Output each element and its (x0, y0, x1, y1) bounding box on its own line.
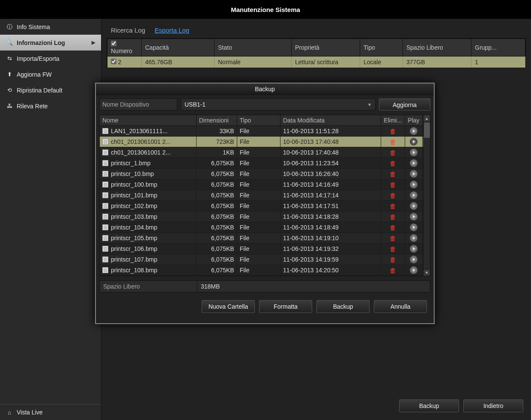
file-name: ch01_2013061001 2... (100, 137, 196, 147)
file-icon (102, 224, 108, 230)
delete-icon[interactable]: 🗑 (390, 235, 396, 242)
log-col-numero[interactable]: Numero (107, 39, 142, 57)
file-size: 723KB (196, 137, 237, 147)
play-icon[interactable] (410, 181, 418, 188)
file-col-name[interactable]: Nome (100, 115, 196, 126)
file-size: 6,075KB (196, 169, 237, 179)
sidebar-item-info-sistema[interactable]: ⓘ Info Sistema (0, 19, 101, 35)
file-row[interactable]: printscr_108.bmp6,075KBFile11-06-2013 14… (100, 265, 430, 276)
log-col-tipo[interactable]: Tipo (360, 39, 403, 57)
play-icon[interactable] (410, 191, 418, 199)
file-col-delete[interactable]: Elimi... (381, 115, 405, 126)
delete-icon[interactable]: 🗑 (390, 267, 396, 274)
log-col-proprieta[interactable]: Proprietà (292, 39, 360, 57)
play-icon[interactable] (410, 170, 418, 178)
file-row[interactable]: LAN1_2013061111...33KBFile11-06-2013 11:… (100, 126, 430, 137)
log-col-stato[interactable]: Stato (215, 39, 292, 57)
file-row[interactable]: printscr_100.bmp6,075KBFile11-06-2013 14… (100, 179, 430, 190)
delete-icon[interactable]: 🗑 (390, 149, 396, 156)
cancel-button[interactable]: Annulla (374, 300, 427, 313)
play-icon[interactable] (410, 213, 418, 220)
file-row[interactable]: printscr_102.bmp6,075KBFile11-06-2013 14… (100, 201, 430, 211)
file-icon (102, 171, 108, 177)
free-space-label: Spazio Libero (99, 280, 197, 292)
file-date: 11-06-2013 11:51:28 (280, 126, 381, 137)
file-row[interactable]: printscr_101.bmp6,075KBFile11-06-2013 14… (100, 190, 430, 201)
file-row[interactable]: printscr_10.bmp6,075KBFile10-06-2013 16:… (100, 169, 430, 179)
sidebar-item-rileva-rete[interactable]: 🖧 Rileva Rete (0, 98, 101, 114)
file-col-size[interactable]: Dimensioni (196, 115, 237, 126)
sidebar-item-aggiorna-fw[interactable]: ⬆ Aggiorna FW (0, 66, 101, 82)
dialog-backup-button[interactable]: Backup (316, 300, 370, 313)
play-icon[interactable] (410, 223, 418, 231)
file-row[interactable]: printscr_104.bmp6,075KBFile11-06-2013 14… (100, 222, 430, 233)
delete-icon[interactable]: 🗑 (390, 256, 396, 263)
delete-icon[interactable]: 🗑 (390, 245, 396, 253)
sidebar-item-informazioni-log[interactable]: 🔍 Informazioni Log ▶ (0, 35, 101, 51)
file-icon (102, 149, 108, 155)
file-row[interactable]: printscr_103.bmp6,075KBFile11-06-2013 14… (100, 211, 430, 222)
file-row[interactable]: printscr_1.bmp6,075KBFile10-06-2013 11:2… (100, 158, 430, 169)
scroll-thumb[interactable] (424, 122, 430, 138)
backup-button[interactable]: Backup (399, 399, 459, 412)
file-col-date[interactable]: Data Modificata (280, 115, 381, 126)
delete-icon[interactable]: 🗑 (390, 213, 396, 220)
file-row[interactable]: ch01_2013061001 2...1KBFile10-06-2013 17… (100, 147, 430, 158)
play-icon[interactable] (410, 266, 418, 274)
play-icon[interactable] (410, 138, 418, 146)
file-row[interactable]: printscr_105.bmp6,075KBFile11-06-2013 14… (100, 233, 430, 244)
delete-icon[interactable]: 🗑 (390, 192, 396, 199)
log-col-spazio[interactable]: Spazio Libero (403, 39, 471, 57)
row-checkbox[interactable] (111, 59, 116, 64)
sidebar-item-ripristina-default[interactable]: ⟲ Ripristina Default (0, 82, 101, 98)
refresh-button[interactable]: Aggiorna (379, 98, 430, 110)
sidebar-item-importa-esporta[interactable]: ⇆ Importa/Esporta (0, 51, 101, 66)
file-col-type[interactable]: Tipo (237, 115, 280, 126)
file-name: printscr_10.bmp (100, 169, 196, 179)
play-icon[interactable] (410, 234, 418, 242)
file-icon (102, 160, 108, 166)
file-row[interactable]: ch01_2013061001 2...723KBFile10-06-2013 … (100, 137, 430, 147)
play-icon[interactable] (410, 245, 418, 253)
format-button[interactable]: Formatta (259, 300, 312, 313)
sidebar-footer-vista-live[interactable]: ⌂ Vista Live (0, 404, 101, 420)
back-button[interactable]: Indietro (463, 399, 523, 412)
log-col-gruppo[interactable]: Grupp... (471, 39, 525, 57)
delete-icon[interactable]: 🗑 (390, 203, 396, 210)
file-row[interactable]: printscr_106.bmp6,075KBFile11-06-2013 14… (100, 244, 430, 254)
cell-group: 1 (471, 57, 525, 68)
backup-dialog: Backup Nome Dispositivo USB1-1 ▼ Aggiorn… (95, 83, 435, 324)
select-all-checkbox[interactable] (111, 41, 116, 46)
sidebar-item-label: Aggiorna FW (17, 71, 52, 78)
log-row[interactable]: 2 465.76GB Normale Lettura/ scrittura Lo… (107, 57, 525, 68)
delete-icon[interactable]: 🗑 (390, 170, 396, 178)
tab-ricerca-log[interactable]: Ricerca Log (111, 27, 145, 34)
scroll-up-icon[interactable]: ▲ (424, 115, 430, 122)
file-size: 33KB (196, 126, 237, 137)
file-row[interactable]: printscr_107.bmp6,075KBFile11-06-2013 14… (100, 254, 430, 265)
log-col-capacita[interactable]: Capacità (142, 39, 215, 57)
play-icon[interactable] (410, 159, 418, 167)
new-folder-button[interactable]: Nuova Cartella (202, 300, 255, 313)
delete-icon[interactable]: 🗑 (390, 181, 396, 188)
file-name: printscr_103.bmp (100, 211, 196, 222)
network-icon: 🖧 (6, 103, 13, 110)
file-icon (102, 267, 108, 273)
file-name: printscr_104.bmp (100, 222, 196, 233)
file-size: 6,075KB (196, 254, 237, 265)
device-select[interactable]: USB1-1 ▼ (181, 98, 376, 110)
scroll-down-icon[interactable]: ▼ (424, 269, 430, 276)
free-space-value: 318MB (197, 280, 430, 292)
play-icon[interactable] (410, 202, 418, 210)
play-icon[interactable] (410, 256, 418, 263)
delete-icon[interactable]: 🗑 (390, 128, 396, 135)
delete-icon[interactable]: 🗑 (390, 160, 396, 167)
scrollbar[interactable]: ▲ ▼ (423, 115, 430, 276)
tab-esporta-log[interactable]: Esporta Log (155, 27, 189, 34)
delete-icon[interactable]: 🗑 (390, 138, 396, 146)
file-col-play[interactable]: Play (405, 115, 423, 126)
play-icon[interactable] (410, 149, 418, 156)
delete-icon[interactable]: 🗑 (390, 224, 396, 231)
play-icon[interactable] (410, 127, 418, 135)
file-date: 11-06-2013 14:16:49 (280, 179, 381, 190)
